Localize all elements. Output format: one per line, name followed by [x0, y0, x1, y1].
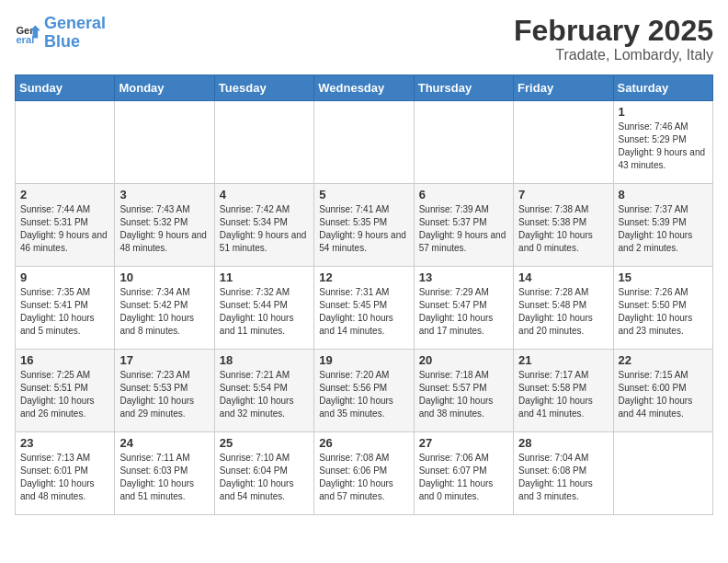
day-cell — [115, 101, 214, 184]
day-number: 28 — [518, 436, 608, 450]
day-number: 11 — [220, 270, 309, 284]
day-cell: 28Sunrise: 7:04 AM Sunset: 6:08 PM Dayli… — [514, 432, 613, 515]
day-cell: 18Sunrise: 7:21 AM Sunset: 5:54 PM Dayli… — [214, 350, 313, 432]
day-info: Sunrise: 7:04 AM Sunset: 6:08 PM Dayligh… — [518, 452, 608, 503]
day-number: 9 — [20, 270, 109, 284]
day-info: Sunrise: 7:34 AM Sunset: 5:42 PM Dayligh… — [119, 286, 209, 338]
day-cell: 11Sunrise: 7:32 AM Sunset: 5:44 PM Dayli… — [214, 267, 313, 350]
logo-line2: Blue — [44, 32, 80, 51]
day-number: 1 — [619, 105, 708, 119]
day-info: Sunrise: 7:13 AM Sunset: 6:01 PM Dayligh… — [20, 452, 109, 503]
day-cell: 9Sunrise: 7:35 AM Sunset: 5:41 PM Daylig… — [16, 267, 115, 350]
day-cell: 26Sunrise: 7:08 AM Sunset: 6:06 PM Dayli… — [314, 432, 414, 515]
day-number: 25 — [220, 436, 309, 450]
day-header-monday: Monday — [115, 75, 214, 101]
svg-text:eral: eral — [16, 34, 34, 45]
day-info: Sunrise: 7:17 AM Sunset: 5:58 PM Dayligh… — [518, 369, 608, 420]
day-info: Sunrise: 7:44 AM Sunset: 5:31 PM Dayligh… — [20, 203, 109, 255]
day-info: Sunrise: 7:23 AM Sunset: 5:53 PM Dayligh… — [119, 369, 209, 420]
calendar-table: SundayMondayTuesdayWednesdayThursdayFrid… — [15, 75, 713, 515]
day-info: Sunrise: 7:43 AM Sunset: 5:32 PM Dayligh… — [119, 203, 209, 255]
day-cell: 25Sunrise: 7:10 AM Sunset: 6:04 PM Dayli… — [214, 432, 313, 515]
day-number: 6 — [419, 188, 508, 201]
day-header-thursday: Thursday — [414, 75, 513, 101]
day-info: Sunrise: 7:10 AM Sunset: 6:04 PM Dayligh… — [220, 452, 309, 503]
day-cell: 6Sunrise: 7:39 AM Sunset: 5:37 PM Daylig… — [414, 184, 513, 267]
day-cell: 19Sunrise: 7:20 AM Sunset: 5:56 PM Dayli… — [314, 350, 414, 432]
day-number: 12 — [319, 270, 408, 284]
day-number: 23 — [20, 436, 109, 450]
day-cell — [214, 101, 313, 184]
week-row-2: 2Sunrise: 7:44 AM Sunset: 5:31 PM Daylig… — [16, 184, 713, 267]
day-cell — [414, 101, 513, 184]
day-info: Sunrise: 7:38 AM Sunset: 5:38 PM Dayligh… — [518, 203, 608, 255]
day-header-friday: Friday — [514, 75, 613, 101]
day-info: Sunrise: 7:39 AM Sunset: 5:37 PM Dayligh… — [419, 203, 508, 255]
day-number: 17 — [119, 353, 209, 367]
day-number: 2 — [20, 188, 109, 201]
day-info: Sunrise: 7:29 AM Sunset: 5:47 PM Dayligh… — [419, 286, 508, 338]
day-info: Sunrise: 7:41 AM Sunset: 5:35 PM Dayligh… — [319, 203, 408, 255]
day-cell: 23Sunrise: 7:13 AM Sunset: 6:01 PM Dayli… — [16, 432, 115, 515]
day-info: Sunrise: 7:06 AM Sunset: 6:07 PM Dayligh… — [419, 452, 508, 503]
day-cell: 4Sunrise: 7:42 AM Sunset: 5:34 PM Daylig… — [214, 184, 313, 267]
day-header-wednesday: Wednesday — [314, 75, 414, 101]
days-header-row: SundayMondayTuesdayWednesdayThursdayFrid… — [16, 75, 713, 101]
day-info: Sunrise: 7:37 AM Sunset: 5:39 PM Dayligh… — [619, 203, 708, 255]
day-number: 14 — [518, 270, 608, 284]
day-cell: 22Sunrise: 7:15 AM Sunset: 6:00 PM Dayli… — [613, 350, 712, 432]
day-cell: 2Sunrise: 7:44 AM Sunset: 5:31 PM Daylig… — [16, 184, 115, 267]
day-info: Sunrise: 7:15 AM Sunset: 6:00 PM Dayligh… — [619, 369, 708, 420]
logo-text: General Blue — [44, 15, 106, 52]
location-title: Tradate, Lombardy, Italy — [514, 47, 713, 63]
day-number: 27 — [419, 436, 508, 450]
day-cell — [16, 101, 115, 184]
day-info: Sunrise: 7:25 AM Sunset: 5:51 PM Dayligh… — [20, 369, 109, 420]
day-number: 10 — [119, 270, 209, 284]
week-row-1: 1Sunrise: 7:46 AM Sunset: 5:29 PM Daylig… — [16, 101, 713, 184]
day-info: Sunrise: 7:46 AM Sunset: 5:29 PM Dayligh… — [619, 121, 708, 172]
month-title: February 2025 — [514, 15, 713, 47]
day-cell: 13Sunrise: 7:29 AM Sunset: 5:47 PM Dayli… — [414, 267, 513, 350]
day-cell: 15Sunrise: 7:26 AM Sunset: 5:50 PM Dayli… — [613, 267, 712, 350]
day-number: 26 — [319, 436, 408, 450]
day-cell: 12Sunrise: 7:31 AM Sunset: 5:45 PM Dayli… — [314, 267, 414, 350]
day-number: 21 — [518, 353, 608, 367]
day-info: Sunrise: 7:35 AM Sunset: 5:41 PM Dayligh… — [20, 286, 109, 338]
day-info: Sunrise: 7:42 AM Sunset: 5:34 PM Dayligh… — [220, 203, 309, 255]
day-header-saturday: Saturday — [613, 75, 712, 101]
day-number: 13 — [419, 270, 508, 284]
day-cell: 10Sunrise: 7:34 AM Sunset: 5:42 PM Dayli… — [115, 267, 214, 350]
day-info: Sunrise: 7:20 AM Sunset: 5:56 PM Dayligh… — [319, 369, 408, 420]
day-number: 15 — [619, 270, 708, 284]
day-number: 8 — [619, 188, 708, 201]
day-number: 20 — [419, 353, 508, 367]
title-area: February 2025 Tradate, Lombardy, Italy — [514, 15, 713, 63]
day-cell: 24Sunrise: 7:11 AM Sunset: 6:03 PM Dayli… — [115, 432, 214, 515]
day-number: 4 — [220, 188, 309, 201]
day-cell: 17Sunrise: 7:23 AM Sunset: 5:53 PM Dayli… — [115, 350, 214, 432]
day-number: 24 — [119, 436, 209, 450]
day-cell: 5Sunrise: 7:41 AM Sunset: 5:35 PM Daylig… — [314, 184, 414, 267]
day-info: Sunrise: 7:11 AM Sunset: 6:03 PM Dayligh… — [119, 452, 209, 503]
logo: Gen eral General Blue — [15, 15, 106, 52]
day-cell: 21Sunrise: 7:17 AM Sunset: 5:58 PM Dayli… — [514, 350, 613, 432]
day-number: 19 — [319, 353, 408, 367]
day-number: 5 — [319, 188, 408, 201]
day-number: 22 — [619, 353, 708, 367]
day-info: Sunrise: 7:31 AM Sunset: 5:45 PM Dayligh… — [319, 286, 408, 338]
day-number: 3 — [119, 188, 209, 201]
day-number: 16 — [20, 353, 109, 367]
logo-line1: General — [44, 14, 106, 32]
day-cell: 14Sunrise: 7:28 AM Sunset: 5:48 PM Dayli… — [514, 267, 613, 350]
day-info: Sunrise: 7:08 AM Sunset: 6:06 PM Dayligh… — [319, 452, 408, 503]
day-cell — [613, 432, 712, 515]
day-cell: 27Sunrise: 7:06 AM Sunset: 6:07 PM Dayli… — [414, 432, 513, 515]
day-header-sunday: Sunday — [16, 75, 115, 101]
page-header: Gen eral General Blue February 2025 Trad… — [15, 15, 713, 63]
day-header-tuesday: Tuesday — [214, 75, 313, 101]
week-row-4: 16Sunrise: 7:25 AM Sunset: 5:51 PM Dayli… — [16, 350, 713, 432]
day-cell: 20Sunrise: 7:18 AM Sunset: 5:57 PM Dayli… — [414, 350, 513, 432]
day-cell: 3Sunrise: 7:43 AM Sunset: 5:32 PM Daylig… — [115, 184, 214, 267]
day-cell — [514, 101, 613, 184]
